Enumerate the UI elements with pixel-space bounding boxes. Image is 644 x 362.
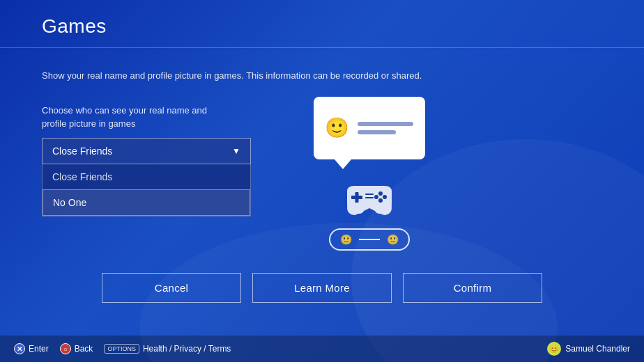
illustration-area: 🙂 (293, 97, 446, 251)
dropdown-label: Choose who can see your real name andpro… (42, 104, 251, 131)
options-button-icon: OPTIONS (104, 344, 139, 354)
footer-options: OPTIONS Health / Privacy / Terms (104, 344, 231, 354)
mini-face-right: 🙂 (387, 234, 399, 245)
svg-point-5 (383, 195, 387, 199)
footer-enter: ✕ Enter (14, 343, 49, 354)
description-text: Show your real name and profile picture … (42, 69, 474, 83)
svg-point-4 (378, 191, 383, 196)
svg-point-7 (374, 195, 378, 199)
dropdown-selected-value[interactable]: Close Friends ▼ (42, 138, 251, 164)
user-name: Samuel Chandler (565, 344, 630, 354)
page-title: Games (0, 0, 644, 48)
cancel-button[interactable]: Cancel (102, 273, 241, 303)
user-avatar: 😊 (547, 342, 561, 356)
id-line-2 (358, 130, 396, 134)
x-button-icon: ✕ (14, 343, 25, 354)
svg-point-0 (347, 201, 361, 215)
footer-user: 😊 Samuel Chandler (547, 342, 630, 356)
dropdown-list: Close Friends No One (42, 164, 251, 217)
o-button-icon: ○ (60, 343, 71, 354)
dropdown-option-no-one[interactable]: No One (43, 189, 250, 216)
svg-point-1 (378, 201, 392, 215)
controller-bottom-bar: 🙂 🙂 (329, 228, 410, 251)
svg-point-6 (378, 198, 383, 203)
health-privacy-terms-label: Health / Privacy / Terms (143, 344, 231, 354)
svg-rect-8 (365, 194, 374, 195)
controller-svg (342, 179, 397, 217)
selected-label: Close Friends (52, 145, 112, 157)
footer: ✕ Enter ○ Back OPTIONS Health / Privacy … (0, 336, 644, 362)
mini-face-left: 🙂 (340, 234, 352, 245)
footer-left: ✕ Enter ○ Back OPTIONS Health / Privacy … (14, 343, 231, 354)
svg-rect-3 (355, 192, 359, 203)
svg-rect-9 (365, 197, 374, 198)
footer-back: ○ Back (60, 343, 93, 354)
buttons-row: Cancel Learn More Confirm (0, 251, 644, 314)
confirm-button[interactable]: Confirm (403, 273, 542, 303)
dropdown-option-close-friends[interactable]: Close Friends (43, 164, 250, 189)
id-card-illustration: 🙂 (314, 97, 425, 159)
enter-label: Enter (29, 344, 49, 354)
id-lines (358, 122, 414, 134)
back-label: Back (75, 344, 93, 354)
controller-icon (342, 179, 397, 220)
chevron-down-icon: ▼ (232, 146, 240, 156)
visibility-dropdown[interactable]: Close Friends ▼ Close Friends No One (42, 138, 251, 164)
face-icon: 🙂 (325, 116, 349, 139)
dash-line (359, 239, 380, 240)
id-line-1 (358, 122, 413, 126)
learn-more-button[interactable]: Learn More (252, 273, 392, 303)
